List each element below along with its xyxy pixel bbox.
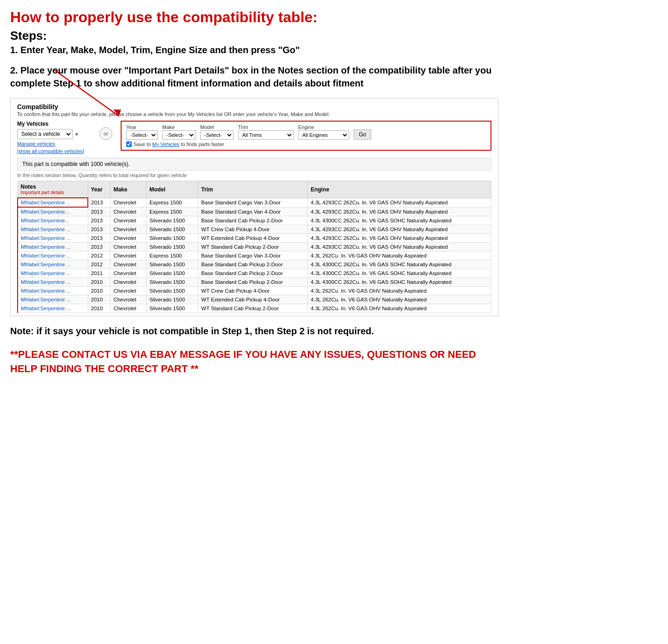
cell-engine: 4.3L 4293CC 262Cu. In. V6 GAS OHV Natura… <box>308 198 491 207</box>
cell-engine: 4.3L 4293CC 262Cu. In. V6 GAS OHV Natura… <box>308 207 491 216</box>
year-select[interactable]: -Select- <box>126 130 158 140</box>
cell-year: 2012 <box>88 251 110 260</box>
my-vehicles-label: My Vehicles <box>17 121 91 127</box>
notes-cell[interactable]: Mfrlabel:Serpentine ... <box>18 295 88 304</box>
notes-cell[interactable]: Mfrlabel:Serpentine ... <box>18 243 88 251</box>
cell-engine: 4.3L 4293CC 262Cu. In. V6 GAS OHV Natura… <box>308 225 491 234</box>
table-row: Mfrlabel:Serpentine ...2010ChevroletSilv… <box>18 304 491 313</box>
col-model: Model <box>147 181 198 198</box>
cell-make: Chevrolet <box>110 269 147 278</box>
cell-engine: 4.3L 4300CC 262Cu. In. V6 GAS SOHC Natur… <box>308 269 491 278</box>
step1-text: 1. Enter Year, Make, Model, Trim, Engine… <box>10 45 498 55</box>
cell-year: 2013 <box>88 234 110 243</box>
notes-cell[interactable]: Mfrlabel:Serpentine... <box>18 207 88 216</box>
year-field: Year -Select- <box>126 124 158 140</box>
vehicle-select-row: Select a vehicle ▼ <box>17 129 91 139</box>
engine-select[interactable]: All Engines <box>298 130 349 140</box>
notes-cell[interactable]: Mfrlabel:Serpentine ... <box>18 278 88 287</box>
col-year: Year <box>88 181 110 198</box>
table-row: Mfrlabel:Serpentine ...2013ChevroletSilv… <box>18 234 491 243</box>
table-row: Mfrlabel:Serpentine ...2010ChevroletSilv… <box>18 287 491 295</box>
cell-year: 2011 <box>88 269 110 278</box>
cell-trim: WT Standard Cab Pickup 2-Door <box>198 243 308 251</box>
col-trim: Trim <box>198 181 308 198</box>
cell-model: Silverado 1500 <box>147 287 198 295</box>
cell-make: Chevrolet <box>110 251 147 260</box>
cell-trim: Base Standard Cargo Van 3-Door <box>198 198 308 207</box>
cell-model: Silverado 1500 <box>147 216 198 225</box>
cell-make: Chevrolet <box>110 295 147 304</box>
cell-engine: 4.3L 4300CC 262Cu. In. V6 GAS SOHC Natur… <box>308 278 491 287</box>
trim-label: Trim <box>238 124 294 130</box>
show-all-link[interactable]: [show all compatible vehicles] <box>17 148 91 154</box>
trim-select[interactable]: All Trims <box>238 130 294 140</box>
table-row: Mfrlabel:Serpentine ...2010ChevroletSilv… <box>18 278 491 287</box>
cell-make: Chevrolet <box>110 198 147 207</box>
important-label: Important part details <box>21 190 85 195</box>
cell-trim: Base Standard Cargo Van 4-Door <box>198 207 308 216</box>
table-row: Mfrlabel:Serpentine ...2012ChevroletSilv… <box>18 260 491 269</box>
go-button[interactable]: Go <box>354 129 371 140</box>
notes-cell[interactable]: Mfrlabel:Serpentine ... <box>18 251 88 260</box>
col-notes: Notes Important part details <box>18 181 88 198</box>
table-row: Mfrlabel:Serpentine...2013ChevroletExpre… <box>18 207 491 216</box>
cell-trim: WT Crew Cab Pickup 4-Door <box>198 225 308 234</box>
cell-engine: 4.3L 262Cu. In. V6 GAS OHV Naturally Asp… <box>308 287 491 295</box>
cell-engine: 4.3L 4293CC 262Cu. In. V6 GAS OHV Natura… <box>308 243 491 251</box>
cell-trim: WT Crew Cab Pickup 4-Door <box>198 287 308 295</box>
compat-controls: My Vehicles Select a vehicle ▼ Manage ve… <box>17 121 491 154</box>
cell-make: Chevrolet <box>110 304 147 313</box>
cell-model: Silverado 1500 <box>147 234 198 243</box>
make-select[interactable]: -Select- <box>162 130 196 140</box>
model-select[interactable]: -Select- <box>200 130 233 140</box>
cell-engine: 4.3L 4293CC 262Cu. In. V6 GAS OHV Natura… <box>308 234 491 243</box>
cell-year: 2013 <box>88 198 110 207</box>
vehicle-select[interactable]: Select a vehicle <box>17 129 73 139</box>
cell-make: Chevrolet <box>110 260 147 269</box>
cell-model: Silverado 1500 <box>147 225 198 234</box>
cell-make: Chevrolet <box>110 225 147 234</box>
save-checkbox-row: Save to My Vehicles to finds parts faste… <box>126 141 486 147</box>
year-label: Year <box>126 124 158 130</box>
notes-cell[interactable]: Mfrlabel:Serpentine ... <box>18 287 88 295</box>
cell-year: 2013 <box>88 225 110 234</box>
cell-year: 2010 <box>88 287 110 295</box>
table-header-row: Notes Important part details Year Make M… <box>18 181 491 198</box>
note-text: Note: if it says your vehicle is not com… <box>10 325 498 337</box>
cell-make: Chevrolet <box>110 216 147 225</box>
cell-engine: 4.3L 4300CC 262Cu. In. V6 GAS SOHC Natur… <box>308 216 491 225</box>
cell-trim: Base Standard Cab Pickup 2-Door <box>198 269 308 278</box>
notes-cell[interactable]: Mfrlabel:Serpentine ... <box>18 269 88 278</box>
my-vehicles-link[interactable]: My Vehicles <box>152 141 179 147</box>
cell-year: 2013 <box>88 207 110 216</box>
cell-year: 2013 <box>88 243 110 251</box>
vehicle-form-box: Year -Select- Make -Select- Model -Selec… <box>121 121 491 151</box>
save-checkbox[interactable] <box>126 141 132 147</box>
notes-cell[interactable]: Mfrlabel:Serpentine ... <box>18 198 88 207</box>
notes-cell[interactable]: Mfrlabel:Serpentine ... <box>18 304 88 313</box>
compat-title: Compatibility <box>17 103 491 110</box>
table-row: Mfrlabel:Serpentine ...2013ChevroletExpr… <box>18 198 491 207</box>
notes-cell[interactable]: Mfrlabel:Serpentine ... <box>18 260 88 269</box>
steps-title: Steps: <box>10 29 498 43</box>
cell-trim: Base Standard Cab Pickup 2-Door <box>198 216 308 225</box>
notes-cell[interactable]: Mfrlabel:Serpentine... <box>18 216 88 225</box>
cell-model: Silverado 1500 <box>147 304 198 313</box>
save-text: Save to My Vehicles to finds parts faste… <box>134 141 224 147</box>
cell-year: 2010 <box>88 304 110 313</box>
cell-trim: Base Standard Cab Pickup 2-Door <box>198 278 308 287</box>
cell-year: 2013 <box>88 216 110 225</box>
notes-cell[interactable]: Mfrlabel:Serpentine ... <box>18 225 88 234</box>
cell-engine: 4.3L 262Cu. In. V6 GAS OHV Naturally Asp… <box>308 251 491 260</box>
contact-text: **PLEASE CONTACT US VIA EBAY MESSAGE IF … <box>10 348 498 376</box>
my-vehicles-col: My Vehicles Select a vehicle ▼ Manage ve… <box>17 121 91 154</box>
cell-model: Express 1500 <box>147 251 198 260</box>
cell-make: Chevrolet <box>110 234 147 243</box>
notes-cell[interactable]: Mfrlabel:Serpentine ... <box>18 234 88 243</box>
cell-model: Express 1500 <box>147 207 198 216</box>
manage-vehicles-link[interactable]: Manage vehicles <box>17 141 91 147</box>
cell-engine: 4.3L 262Cu. In. V6 GAS OHV Naturally Asp… <box>308 295 491 304</box>
table-row: Mfrlabel:Serpentine...2013ChevroletSilve… <box>18 216 491 225</box>
cell-trim: Base Standard Cab Pickup 2-Door <box>198 260 308 269</box>
cell-model: Express 1500 <box>147 198 198 207</box>
